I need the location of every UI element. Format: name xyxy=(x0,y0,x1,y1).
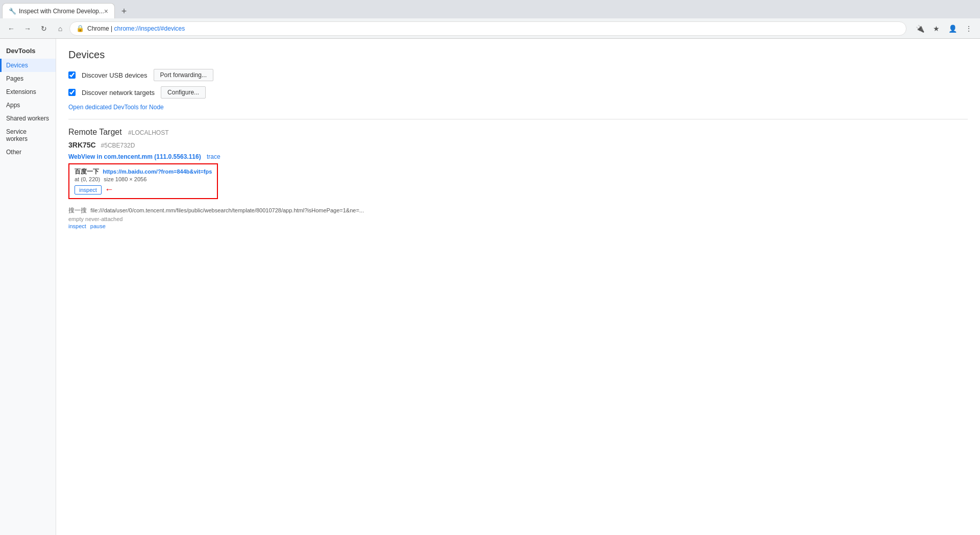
tab-close-button[interactable]: × xyxy=(104,7,108,15)
reload-button[interactable]: ↻ xyxy=(37,21,51,36)
divider xyxy=(68,119,968,119)
address-bar: ← → ↻ ⌂ 🔒 Chrome | chrome://inspect/#dev… xyxy=(0,18,980,39)
sidebar-item-other[interactable]: Other xyxy=(0,145,56,159)
new-tab-button[interactable]: + xyxy=(117,4,131,18)
webview-section: WebView in com.tencent.mm (111.0.5563.11… xyxy=(68,153,968,229)
entry2-url: file:///data/user/0/com.tencent.mm/files… xyxy=(90,207,364,213)
toolbar-icons: 🔌 ★ 👤 ⋮ xyxy=(913,21,976,36)
sidebar-item-shared-workers[interactable]: Shared workers xyxy=(0,112,56,125)
bookmark-icon[interactable]: ★ xyxy=(929,21,943,36)
webview-label: WebView in com.tencent.mm (111.0.5563.11… xyxy=(68,153,201,160)
sidebar-item-extensions[interactable]: Extensions xyxy=(0,85,56,99)
forward-button[interactable]: → xyxy=(20,21,35,36)
entry1-url: https://m.baidu.com/?from=844b&vit=fps xyxy=(103,168,212,175)
sidebar-item-apps[interactable]: Apps xyxy=(0,99,56,112)
trace-link[interactable]: trace xyxy=(207,153,220,160)
main-panel: Devices Discover USB devices Port forwar… xyxy=(56,39,980,535)
sidebar-item-devices[interactable]: Devices xyxy=(0,59,56,72)
entry1-page-name: 百度一下 https://m.baidu.com/?from=844b&vit=… xyxy=(75,167,212,176)
webview-header: WebView in com.tencent.mm (111.0.5563.11… xyxy=(68,153,968,160)
entry2-link-row: inspect pause xyxy=(68,223,968,229)
browser-frame: 🔧 Inspect with Chrome Develop... × + ← →… xyxy=(0,0,980,535)
entry2-page-name: 搜一搜 file:///data/user/0/com.tencent.mm/f… xyxy=(68,206,968,215)
webview-entry-2: 搜一搜 file:///data/user/0/com.tencent.mm/f… xyxy=(68,206,968,229)
address-favicon: 🔒 xyxy=(76,25,84,32)
port-forwarding-button[interactable]: Port forwarding... xyxy=(154,69,213,81)
configure-button[interactable]: Configure... xyxy=(161,86,206,99)
sidebar-item-service-workers[interactable]: Service workers xyxy=(0,125,56,145)
home-button[interactable]: ⌂ xyxy=(53,21,67,36)
highlight-box: 百度一下 https://m.baidu.com/?from=844b&vit=… xyxy=(68,163,218,199)
entry2-empty-label: empty never-attached xyxy=(68,216,968,222)
profile-icon[interactable]: 👤 xyxy=(945,21,960,36)
remote-target-title: Remote Target #LOCALHOST xyxy=(68,128,968,137)
device-id: #5CBE732D xyxy=(101,142,135,149)
url-full: chrome://inspect/#devices xyxy=(114,25,185,32)
discover-network-label: Discover network targets xyxy=(82,89,155,96)
discover-usb-checkbox[interactable] xyxy=(68,71,76,79)
sidebar-title: DevTools xyxy=(0,43,56,59)
arrow-annotation: ← xyxy=(105,184,114,195)
remote-target-section: Remote Target #LOCALHOST 3RK75C #5CBE732… xyxy=(68,128,968,229)
sidebar: DevTools Devices Pages Extensions Apps S… xyxy=(0,39,56,535)
entry2-inspect-link[interactable]: inspect xyxy=(68,223,86,229)
tab-title: Inspect with Chrome Develop... xyxy=(19,8,104,15)
entry1-position-size: at (0, 220) size 1080 × 2056 xyxy=(75,176,212,182)
discover-network-checkbox[interactable] xyxy=(68,89,76,96)
content-area: DevTools Devices Pages Extensions Apps S… xyxy=(0,39,980,535)
back-button[interactable]: ← xyxy=(4,21,18,36)
sidebar-item-pages[interactable]: Pages xyxy=(0,72,56,85)
address-url: Chrome | chrome://inspect/#devices xyxy=(87,25,185,32)
more-menu-button[interactable]: ⋮ xyxy=(962,21,976,36)
active-tab[interactable]: 🔧 Inspect with Chrome Develop... × xyxy=(2,3,115,18)
discover-usb-label: Discover USB devices xyxy=(82,71,148,79)
open-devtools-node-link[interactable]: Open dedicated DevTools for Node xyxy=(68,104,968,111)
page-title: Devices xyxy=(68,49,968,61)
device-name-row: 3RK75C #5CBE732D xyxy=(68,141,968,149)
discover-network-row: Discover network targets Configure... xyxy=(68,86,968,99)
address-bar-input-wrap[interactable]: 🔒 Chrome | chrome://inspect/#devices xyxy=(69,21,906,36)
entry2-pause-link[interactable]: pause xyxy=(90,223,106,229)
tab-favicon: 🔧 xyxy=(9,8,16,15)
url-scheme: Chrome xyxy=(87,25,109,32)
tab-bar: 🔧 Inspect with Chrome Develop... × + xyxy=(0,0,980,18)
discover-usb-row: Discover USB devices Port forwarding... xyxy=(68,69,968,81)
extensions-icon[interactable]: 🔌 xyxy=(913,21,927,36)
webview-entry-1: 百度一下 https://m.baidu.com/?from=844b&vit=… xyxy=(68,163,968,201)
remote-target-subtitle: #LOCALHOST xyxy=(128,129,168,136)
entry1-inspect-button[interactable]: inspect xyxy=(75,185,102,194)
